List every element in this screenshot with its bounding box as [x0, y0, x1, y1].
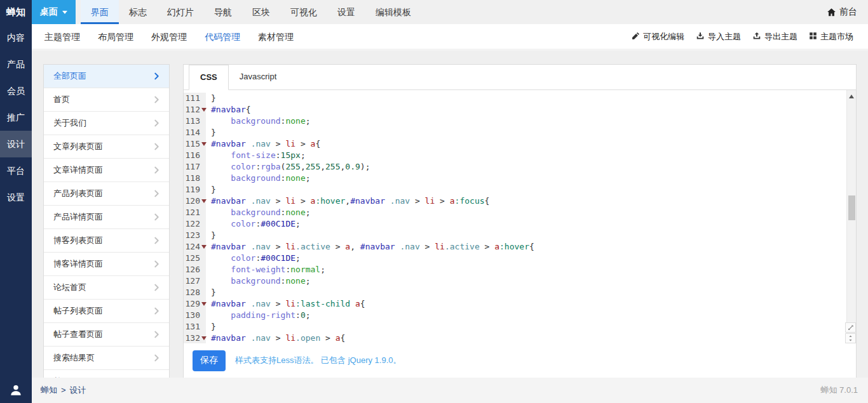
editor-vertical-scrollbar[interactable] — [846, 90, 856, 344]
sidebar-item-2[interactable]: 会员 — [0, 77, 32, 104]
chevron-right-icon — [153, 119, 161, 128]
page-list-item-8[interactable]: 博客详情页面 — [44, 253, 169, 276]
scroll-up-icon[interactable] — [849, 95, 854, 98]
toolbar-tab-0[interactable]: 主题管理 — [36, 24, 89, 50]
tab-css[interactable]: CSS — [189, 65, 229, 90]
resize-diagonal-icon — [847, 324, 854, 331]
topbar-tab-5[interactable]: 可视化 — [280, 0, 327, 24]
topbar-tab-7[interactable]: 编辑模板 — [365, 0, 421, 24]
sidebar-item-6[interactable]: 设置 — [0, 184, 32, 211]
topbar-tab-0[interactable]: 界面 — [81, 0, 119, 24]
toolbar-action-2[interactable]: 导出主题 — [747, 31, 803, 43]
toolbar-action-label: 主题市场 — [820, 31, 853, 43]
toolbar-action-label: 导出主题 — [764, 31, 797, 43]
fold-marker-icon[interactable] — [201, 142, 207, 146]
code-editor[interactable]: 111}112#navbar{113 background:none;114}1… — [184, 90, 856, 344]
fold-marker-icon[interactable] — [201, 336, 207, 340]
sidebar-item-1[interactable]: 产品 — [0, 51, 32, 77]
code-text: } — [206, 230, 216, 241]
sidebar-item-3[interactable]: 推广 — [0, 104, 32, 131]
front-site-link[interactable]: 前台 — [816, 0, 868, 24]
line-number: 132 — [184, 333, 206, 344]
page-list-item-12[interactable]: 搜索结果页 — [44, 347, 169, 370]
page-list-item-4[interactable]: 文章详情页面 — [44, 159, 169, 182]
breadcrumb-design-link[interactable]: 设计 — [70, 385, 86, 395]
page-item-label: 关于我们 — [53, 117, 86, 129]
chevron-right-icon — [153, 72, 161, 81]
toolbar-action-3[interactable]: 主题市场 — [803, 31, 859, 43]
page-list-item-10[interactable]: 帖子列表页面 — [44, 300, 169, 323]
editor-resize-handle[interactable] — [845, 322, 856, 333]
fold-marker-icon[interactable] — [201, 108, 207, 112]
line-number: 125 — [184, 253, 206, 264]
code-line: 130 padding-right:0; — [184, 310, 856, 321]
toolbar-tab-1[interactable]: 布局管理 — [89, 24, 142, 50]
fold-marker-icon[interactable] — [201, 302, 207, 306]
tab-javascript[interactable]: Javascript — [229, 65, 288, 90]
breadcrumb-home-link[interactable]: 蝉知 — [41, 385, 57, 395]
app-version: 蝉知 7.0.1 — [820, 378, 858, 403]
code-lines: 111}112#navbar{113 background:none;114}1… — [184, 93, 856, 344]
topbar-tab-6[interactable]: 设置 — [327, 0, 365, 24]
scrollbar-thumb[interactable] — [848, 195, 855, 220]
chevron-right-icon — [153, 283, 161, 292]
code-line: 128} — [184, 287, 856, 298]
breadcrumb: 蝉知>设计 — [41, 378, 86, 403]
page-list-panel: 全部页面首页关于我们文章列表页面文章详情页面产品列表页面产品详情页面博客列表页面… — [43, 64, 170, 378]
toolbar-tab-3[interactable]: 代码管理 — [196, 24, 249, 50]
toolbar-action-1[interactable]: 导入主题 — [690, 31, 747, 43]
line-number: 115 — [184, 138, 206, 150]
code-line: 122 color:#00C1DE; — [184, 218, 856, 230]
save-button[interactable]: 保存 — [193, 350, 226, 371]
page-list-item-2[interactable]: 关于我们 — [44, 112, 169, 135]
page-item-label: 帖子查看页面 — [53, 329, 103, 340]
line-number: 126 — [184, 264, 206, 275]
topbar: 蝉知 桌面 界面标志幻灯片导航区块可视化设置编辑模板 前台 — [0, 0, 868, 24]
topbar-tab-4[interactable]: 区块 — [242, 0, 280, 24]
code-line: 114} — [184, 127, 856, 138]
editor-expand-handle[interactable] — [845, 333, 856, 343]
sidebar-item-5[interactable]: 平台 — [0, 157, 32, 184]
line-number: 117 — [184, 161, 206, 173]
page-list-item-11[interactable]: 帖子查看页面 — [44, 323, 169, 347]
code-line: 120#navbar .nav > li > a:hover,#navbar .… — [184, 195, 856, 207]
code-text: } — [206, 287, 216, 298]
code-editor-panel: CSS Javascript 111}112#navbar{113 backgr… — [183, 64, 857, 378]
code-text: #navbar .nav > li.active > a, #navbar .n… — [206, 241, 534, 253]
page-item-label: 首页 — [53, 94, 70, 105]
topbar-tab-3[interactable]: 导航 — [204, 0, 242, 24]
page-item-label: 帖子列表页面 — [53, 305, 103, 317]
page-list-item-3[interactable]: 文章列表页面 — [44, 135, 169, 159]
toolbar-tab-2[interactable]: 外观管理 — [142, 24, 196, 50]
chevron-right-icon — [153, 353, 161, 362]
sidebar-item-4[interactable]: 设计 — [0, 131, 32, 157]
line-number: 129 — [184, 298, 206, 310]
fold-marker-icon[interactable] — [201, 199, 207, 203]
page-list-item-7[interactable]: 博客列表页面 — [44, 229, 169, 253]
page-list-item-9[interactable]: 论坛首页 — [44, 276, 169, 300]
chevron-right-icon — [153, 142, 161, 151]
page-list-item-6[interactable]: 产品详情页面 — [44, 206, 169, 229]
chevron-right-icon — [153, 236, 161, 245]
chevron-right-icon — [153, 95, 161, 104]
chevron-right-icon — [153, 330, 161, 339]
code-text: background:none; — [206, 275, 311, 287]
page-list-item-13[interactable]: 单页面 — [44, 370, 169, 378]
topbar-tab-2[interactable]: 幻灯片 — [157, 0, 204, 24]
app-logo[interactable]: 蝉知 — [0, 0, 32, 24]
page-list-item-1[interactable]: 首页 — [44, 88, 169, 112]
toolbar-tab-4[interactable]: 素材管理 — [249, 24, 302, 50]
secondary-toolbar: 主题管理布局管理外观管理代码管理素材管理 可视化编辑导入主题导出主题主题市场 — [32, 24, 868, 50]
desktop-menu-button[interactable]: 桌面 — [32, 0, 76, 24]
fold-marker-icon[interactable] — [201, 245, 207, 249]
user-menu-button[interactable] — [0, 378, 32, 403]
sidebar-item-0[interactable]: 内容 — [0, 24, 32, 51]
topbar-tab-1[interactable]: 标志 — [119, 0, 157, 24]
page-list-item-0[interactable]: 全部页面 — [44, 65, 169, 88]
code-line: 129#navbar .nav > li:last-child a{ — [184, 298, 856, 310]
code-text: #navbar .nav > li:last-child a{ — [206, 298, 365, 310]
page-list-item-5[interactable]: 产品列表页面 — [44, 182, 169, 206]
toolbar-action-0[interactable]: 可视化编辑 — [626, 31, 690, 43]
code-text: } — [206, 93, 216, 104]
code-line: 125 color:#00C1DE; — [184, 253, 856, 264]
